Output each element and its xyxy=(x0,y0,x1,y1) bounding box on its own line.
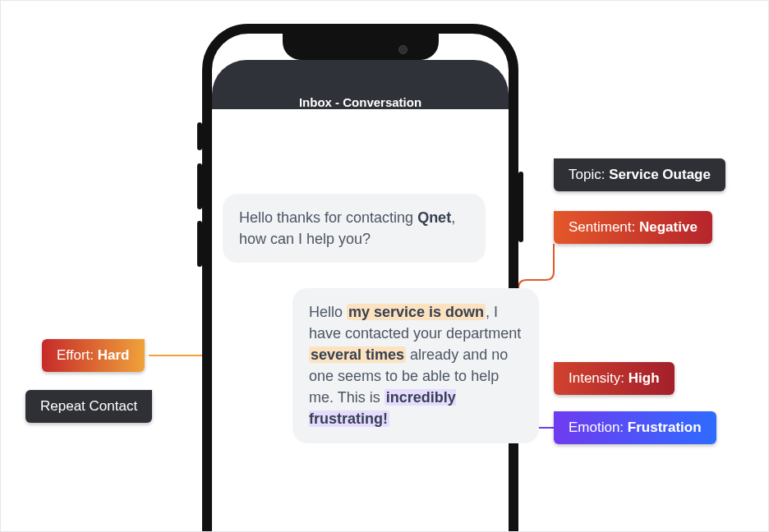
tag-topic: Topic: Service Outage xyxy=(554,158,725,191)
notch-icon xyxy=(283,34,439,60)
screen-title: Inbox - Conversation xyxy=(299,95,421,109)
tag-sentiment-value: Negative xyxy=(639,219,698,235)
tag-topic-label: Topic: xyxy=(569,167,609,182)
volume-up-button-icon xyxy=(197,163,202,209)
tag-intensity-value: High xyxy=(629,370,660,386)
agent-text-pre: Hello thanks for contacting xyxy=(239,209,417,226)
tag-effort-value: Hard xyxy=(98,347,130,363)
tag-emotion-value: Frustration xyxy=(628,420,702,435)
tag-effort: Effort: Hard xyxy=(42,339,145,372)
tag-intensity: Intensity: High xyxy=(554,362,675,395)
agent-message-bubble: Hello thanks for contacting Qnet, how ca… xyxy=(223,194,486,263)
tag-emotion: Emotion: Frustration xyxy=(554,411,716,444)
cust-p1: Hello xyxy=(309,304,347,320)
tag-sentiment: Sentiment: Negative xyxy=(554,211,712,244)
tag-sentiment-label: Sentiment: xyxy=(569,219,639,235)
mute-switch-icon xyxy=(197,122,202,150)
agent-text-brand: Qnet xyxy=(417,209,451,226)
volume-down-button-icon xyxy=(197,221,202,267)
tag-topic-value: Service Outage xyxy=(609,167,711,182)
tag-emotion-label: Emotion: xyxy=(569,420,628,435)
tag-effort-label: Effort: xyxy=(57,347,98,363)
highlight-service-down: my service is down xyxy=(347,304,486,320)
customer-message-bubble: Hello my service is down, I have contact… xyxy=(292,288,539,443)
tag-repeat-label: Repeat Contact xyxy=(40,398,137,414)
tag-intensity-label: Intensity: xyxy=(569,370,629,386)
diagram-stage: Inbox - Conversation Hello thanks for co… xyxy=(0,0,769,532)
highlight-several-times: several times xyxy=(309,346,406,363)
front-camera-icon xyxy=(398,45,408,54)
phone-frame: Inbox - Conversation xyxy=(202,24,518,532)
tag-repeat-contact: Repeat Contact xyxy=(25,390,152,423)
power-button-icon xyxy=(518,172,523,242)
